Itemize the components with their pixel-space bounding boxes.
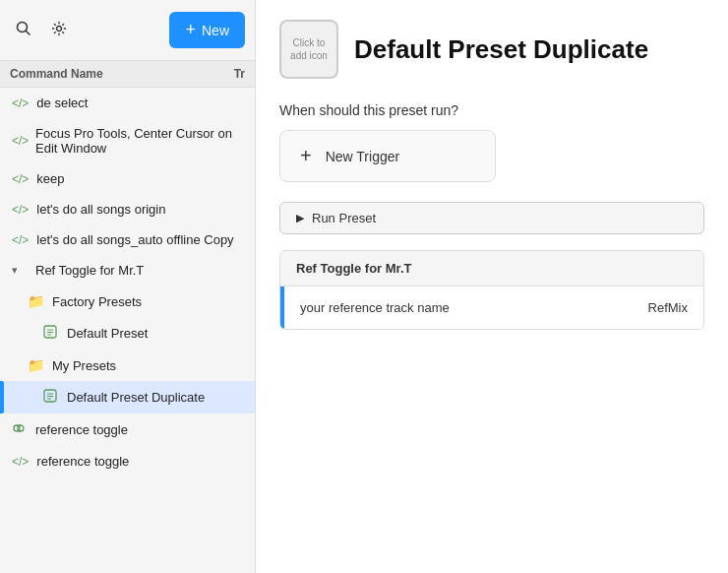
script-icon: [43, 389, 59, 406]
sidebar-items: </> de select </> Focus Pro Tools, Cente…: [0, 88, 255, 573]
sidebar-item-de-select[interactable]: </> de select: [0, 88, 255, 118]
new-trigger-button[interactable]: + New Trigger: [279, 130, 496, 182]
new-trigger-label: New Trigger: [326, 149, 399, 164]
ref-toggle-title: Ref Toggle for Mr.T: [296, 261, 411, 276]
svg-point-2: [57, 26, 62, 31]
folder-icon: 📁: [28, 293, 44, 309]
preset-title: Default Preset Duplicate: [354, 34, 648, 65]
search-button[interactable]: [10, 15, 37, 46]
sidebar-item-label: Focus Pro Tools, Center Cursor on Edit W…: [35, 126, 243, 156]
code-icon: </>: [12, 172, 29, 186]
sidebar-item-factory-presets[interactable]: 📁 Factory Presets: [0, 286, 255, 317]
sidebar-item-focus-pro-tools[interactable]: </> Focus Pro Tools, Center Cursor on Ed…: [0, 118, 255, 163]
sidebar-item-label: Factory Presets: [52, 294, 142, 309]
search-icon: [16, 21, 31, 36]
sidebar-item-keep[interactable]: </> keep: [0, 163, 255, 194]
sidebar-item-label: reference toggle: [35, 422, 128, 437]
script-icon: [43, 325, 59, 342]
command-name-column: Command Name: [10, 67, 103, 81]
sidebar-item-label: Ref Toggle for Mr.T: [35, 263, 144, 278]
chevron-down-icon: ▾: [12, 264, 28, 277]
tr-column: Tr: [234, 67, 245, 81]
sidebar-item-label: reference toggle: [36, 454, 129, 469]
click-to-add-icon-button[interactable]: Click to add icon: [279, 20, 338, 79]
sidebar-item-wrapper-default-preset-duplicate: Default Preset Duplicate: [0, 381, 255, 414]
sidebar-item-label: de select: [36, 96, 88, 110]
sidebar-item-label: Default Preset: [67, 326, 148, 341]
sidebar-item-ref-toggle-mr-t[interactable]: ▾ Ref Toggle for Mr.T: [0, 255, 255, 286]
new-button[interactable]: + New: [169, 12, 245, 48]
sidebar-item-default-preset-duplicate[interactable]: Default Preset Duplicate: [0, 381, 255, 414]
ref-toggle-row: your reference track name RefMix: [284, 286, 703, 329]
sidebar-item-reference-toggle-1[interactable]: reference toggle: [0, 414, 255, 446]
run-preset-button[interactable]: ▶ Run Preset: [279, 202, 704, 234]
ref-track-value: RefMix: [648, 300, 688, 315]
code-icon: </>: [12, 455, 29, 469]
new-button-label: New: [202, 23, 229, 38]
sidebar-list-header: Command Name Tr: [0, 61, 255, 88]
preset-header: Click to add icon Default Preset Duplica…: [279, 20, 704, 79]
ref-toggle-body: your reference track name RefMix: [280, 286, 703, 329]
gear-icon: [51, 21, 67, 36]
svg-point-12: [18, 425, 24, 431]
sidebar: + New Command Name Tr </> de select </> …: [0, 0, 256, 573]
sidebar-item-label: My Presets: [52, 358, 116, 373]
code-icon: </>: [12, 233, 29, 247]
svg-line-1: [27, 31, 30, 34]
ref-track-label: your reference track name: [300, 300, 633, 315]
folder-icon: 📁: [28, 357, 44, 373]
new-button-plus: +: [185, 20, 196, 40]
active-bar: [0, 381, 4, 414]
sidebar-item-label: let's do all songs_auto offline Copy: [36, 232, 233, 247]
code-icon: </>: [12, 96, 29, 110]
code-icon: </>: [12, 134, 28, 148]
sidebar-header: + New: [0, 0, 255, 61]
sidebar-item-my-presets[interactable]: 📁 My Presets: [0, 350, 255, 381]
sidebar-item-label: Default Preset Duplicate: [67, 390, 205, 405]
sidebar-item-label: let's do all songs origin: [36, 202, 165, 217]
play-icon: ▶: [296, 212, 304, 224]
trigger-section-label: When should this preset run?: [279, 102, 704, 118]
sidebar-item-songs-origin[interactable]: </> let's do all songs origin: [0, 194, 255, 224]
code-icon: </>: [12, 203, 29, 217]
app-container: + New Command Name Tr </> de select </> …: [0, 0, 728, 573]
gear-button[interactable]: [45, 15, 73, 46]
sidebar-item-reference-toggle-2[interactable]: </> reference toggle: [0, 446, 255, 477]
sidebar-item-songs-copy[interactable]: </> let's do all songs_auto offline Copy: [0, 224, 255, 255]
ref-toggle-section: Ref Toggle for Mr.T your reference track…: [279, 250, 704, 330]
sidebar-item-label: keep: [36, 171, 64, 186]
click-to-add-icon-label: Click to add icon: [285, 36, 333, 62]
sidebar-item-default-preset[interactable]: Default Preset: [0, 317, 255, 350]
main-content: Click to add icon Default Preset Duplica…: [256, 0, 728, 573]
run-preset-label: Run Preset: [312, 211, 376, 225]
ref-toggle-header: Ref Toggle for Mr.T: [280, 251, 703, 286]
plus-icon: +: [300, 145, 312, 167]
link-icon: [12, 421, 28, 438]
trigger-section: When should this preset run? + New Trigg…: [279, 102, 704, 182]
